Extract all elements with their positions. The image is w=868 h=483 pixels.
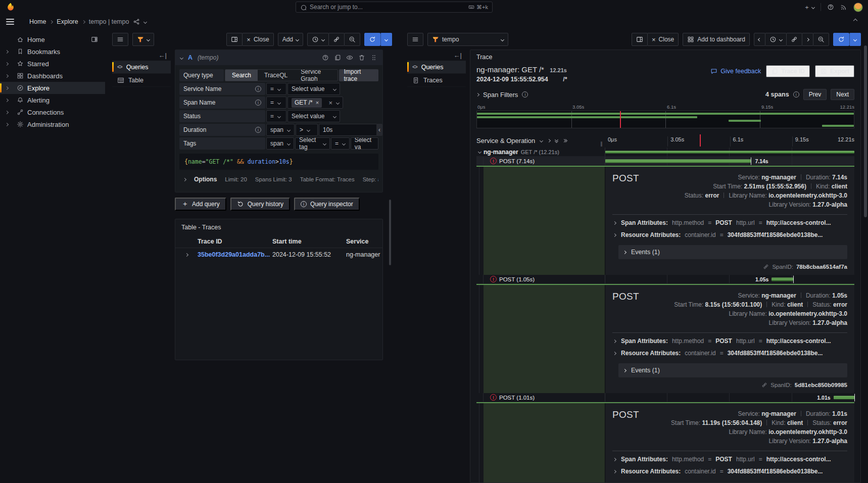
left-pane-scrollbar[interactable]: [389, 200, 391, 265]
query-inspector-button[interactable]: iQuery inspector: [294, 198, 360, 211]
service-name-operator[interactable]: =: [266, 83, 286, 95]
expand-all-icon[interactable]: [563, 139, 567, 142]
column-service[interactable]: Service: [346, 238, 382, 245]
trace-id-link[interactable]: 35be0f3d29a01adda7b...: [198, 251, 272, 258]
span-bar[interactable]: [605, 159, 751, 163]
chevron-right-icon[interactable]: [476, 92, 479, 96]
events-row[interactable]: Events (1): [618, 363, 847, 377]
new-button[interactable]: ＋: [804, 3, 814, 12]
status-select[interactable]: Select value: [287, 110, 340, 122]
give-feedback-link[interactable]: Give feedback: [710, 68, 761, 75]
duration-operator[interactable]: >: [296, 124, 318, 136]
copy-link-button-left[interactable]: [328, 33, 345, 46]
span-name-operator[interactable]: =: [266, 96, 286, 109]
prev-span-button[interactable]: Prev: [803, 89, 827, 100]
column-resize-handle[interactable]: ∥: [600, 141, 603, 147]
tab-table-left[interactable]: Table: [112, 74, 171, 87]
search-input[interactable]: Search or jump to... ⌘+k: [296, 2, 493, 13]
query-help-icon[interactable]: [322, 54, 329, 61]
query-list-button[interactable]: [112, 33, 128, 46]
run-query-interval-button-right[interactable]: [849, 33, 861, 46]
tab-traces-right[interactable]: Traces: [407, 74, 466, 87]
add-query-button[interactable]: ＋Add query: [175, 198, 226, 211]
span-row-post-2[interactable]: ! POST (1.05s) 1.05s: [476, 275, 854, 284]
scroll-left-indicator[interactable]: ‹: [376, 124, 382, 136]
span-attributes-row[interactable]: Span Attributes: http.method=POST http.u…: [612, 335, 847, 347]
breadcrumb-explore[interactable]: Explore: [57, 18, 78, 25]
span-attributes-row[interactable]: Span Attributes: http.method=POST http.u…: [612, 217, 847, 229]
add-button[interactable]: Add: [278, 33, 303, 46]
tags-operator[interactable]: =: [331, 137, 350, 150]
tab-traceql[interactable]: TraceQL: [258, 70, 294, 81]
close-pane-button-left[interactable]: ×Close: [242, 33, 273, 46]
span-bar[interactable]: [605, 151, 854, 153]
run-query-interval-button-left[interactable]: [380, 33, 392, 46]
chevron-down-icon[interactable]: [143, 20, 147, 23]
span-row-root[interactable]: ng-manager GET /* (12.21s): [476, 148, 854, 157]
help-icon[interactable]: [827, 4, 834, 11]
status-operator[interactable]: =: [266, 110, 286, 122]
events-row[interactable]: Events (1): [618, 245, 847, 259]
span-row-post-1[interactable]: ! POST (7.14s) 7.14s: [476, 157, 854, 166]
sidebar-item-explore[interactable]: Explore: [0, 82, 105, 94]
query-options-row[interactable]: Options Limit: 20 Spans Limit: 3 Table F…: [179, 171, 378, 188]
run-query-button-right[interactable]: [833, 33, 849, 46]
drag-handle-icon[interactable]: [370, 54, 377, 61]
clear-icon[interactable]: ×: [328, 100, 332, 106]
collapse-tabs-button-right[interactable]: ←|: [407, 50, 466, 61]
split-open-button[interactable]: [226, 33, 243, 46]
next-span-button[interactable]: Next: [831, 89, 854, 100]
zoom-out-button-right[interactable]: [813, 33, 829, 46]
right-pane-scrollbar[interactable]: [864, 45, 867, 217]
trace-id-button[interactable]: Trace ID: [766, 65, 810, 77]
link-icon[interactable]: [763, 264, 769, 270]
breadcrumb-home[interactable]: Home: [29, 18, 46, 25]
close-pane-button-right[interactable]: ×Close: [647, 33, 679, 46]
tags-scope-select[interactable]: span: [266, 137, 294, 150]
split-open-button-right[interactable]: [632, 33, 648, 46]
resource-attributes-row[interactable]: Resource Attributes: container.id=304fd8…: [612, 465, 847, 477]
query-list-button-right[interactable]: [407, 33, 423, 46]
span-name-chip[interactable]: GET /*×: [292, 98, 322, 108]
disable-query-icon[interactable]: [346, 54, 353, 61]
time-shift-forward-button[interactable]: [802, 33, 813, 46]
time-range-button-left[interactable]: [307, 33, 329, 46]
query-header[interactable]: A (tempo): [175, 50, 382, 65]
datasource-picker-right[interactable]: tempo: [427, 33, 508, 46]
column-trace-id[interactable]: Trace ID: [198, 238, 272, 245]
tab-search[interactable]: Search: [225, 70, 258, 81]
span-bar[interactable]: [771, 277, 793, 281]
query-history-button[interactable]: Query history: [230, 198, 290, 211]
dock-panel-icon[interactable]: [91, 36, 98, 43]
run-query-button-left[interactable]: [364, 33, 380, 46]
sidebar-item-home[interactable]: Home: [0, 33, 105, 45]
collapse-query-icon[interactable]: [180, 56, 183, 59]
copy-link-button-right[interactable]: [786, 33, 802, 46]
tab-queries-left[interactable]: <> Queries: [112, 61, 171, 74]
expand-one-icon[interactable]: [547, 138, 551, 142]
sidebar-item-dashboards[interactable]: Dashboards: [0, 70, 105, 82]
tags-value-select[interactable]: Select va: [351, 137, 378, 150]
span-filters-label[interactable]: Span Filters: [483, 91, 518, 99]
collapse-span-icon[interactable]: [478, 150, 481, 154]
news-icon[interactable]: [840, 4, 847, 11]
import-trace-button[interactable]: Import trace: [339, 69, 378, 81]
collapse-one-icon[interactable]: [540, 138, 543, 142]
time-range-button-right[interactable]: [765, 33, 787, 46]
remove-query-icon[interactable]: [358, 54, 365, 61]
duration-scope-select[interactable]: span: [266, 124, 295, 136]
remove-chip-icon[interactable]: ×: [316, 100, 319, 106]
sidebar-item-bookmarks[interactable]: Bookmarks: [0, 45, 105, 58]
user-avatar[interactable]: [853, 3, 863, 12]
resource-attributes-row[interactable]: Resource Attributes: container.id=304fd8…: [612, 229, 847, 241]
service-name-select[interactable]: Select value: [287, 83, 340, 95]
sidebar-item-starred[interactable]: Starred: [0, 58, 105, 70]
link-icon[interactable]: [761, 382, 767, 388]
table-row[interactable]: 35be0f3d29a01adda7b... 2024-12-09 15:55:…: [175, 248, 382, 261]
time-shift-back-button[interactable]: [754, 33, 765, 46]
add-to-dashboard-button[interactable]: Add to dashboard: [683, 33, 750, 46]
duplicate-query-icon[interactable]: [334, 54, 341, 61]
tab-service-graph[interactable]: Service Graph: [294, 70, 337, 81]
sidebar-item-alerting[interactable]: Alerting: [0, 94, 105, 106]
export-button[interactable]: Export: [815, 65, 854, 77]
